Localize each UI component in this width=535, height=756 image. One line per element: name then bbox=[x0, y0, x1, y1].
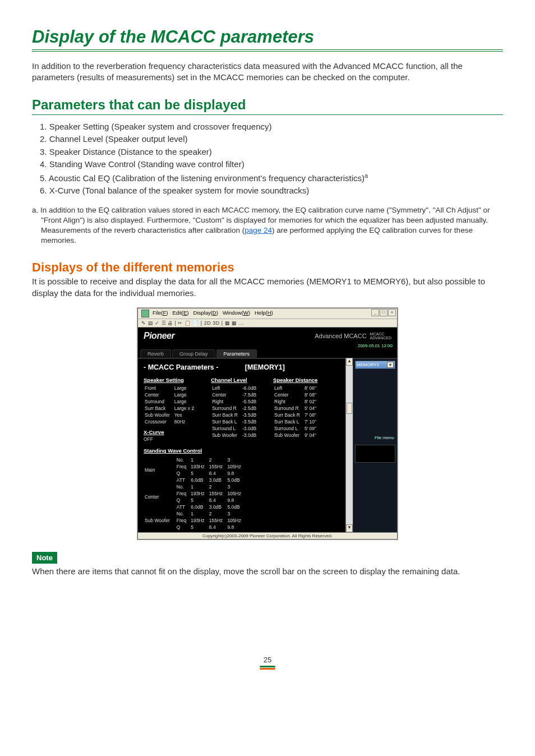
page-number: 25 bbox=[32, 656, 503, 664]
channel-level-table: Left-6.0dB Center-7.5dB Right-5.5dB Surr… bbox=[211, 384, 261, 439]
parameters-heading: Parameters that can be displayed bbox=[32, 97, 503, 115]
app-sidebar: MEMORY1 ▼ File memo bbox=[353, 358, 397, 532]
memories-paragraph: It is possible to receive and display th… bbox=[32, 276, 503, 299]
memory-dropdown[interactable]: MEMORY1 ▼ bbox=[355, 361, 395, 369]
menu-display[interactable]: Display(D) bbox=[193, 310, 218, 317]
minimize-icon[interactable]: _ bbox=[371, 309, 379, 316]
footnote: a. In addition to the EQ calibration val… bbox=[32, 205, 503, 246]
list-item: 6. X-Curve (Tonal balance of the speaker… bbox=[40, 185, 503, 197]
mcacc-badge-icon: MCACCADVANCED bbox=[370, 332, 391, 340]
list-item: 3. Speaker Distance (Distance to the spe… bbox=[40, 146, 503, 159]
speaker-distance-table: Left8' 06" Center8' 08" Right8' 02" Surr… bbox=[273, 384, 321, 439]
section-standing-wave: Standing Wave Control bbox=[144, 448, 341, 454]
app-main: - MCACC Parameters - [MEMORY1] Speaker S… bbox=[138, 358, 345, 532]
list-item: 4. Standing Wave Control (Standing wave … bbox=[40, 158, 503, 171]
list-item: 2. Channel Level (Speaker output level) bbox=[40, 133, 503, 146]
standing-wave-block: Main No.123 Freq193Hz155Hz105Hz Q58.49.8… bbox=[144, 456, 341, 531]
section-speaker-distance: Speaker Distance bbox=[273, 377, 321, 383]
intro-paragraph: In addition to the reverberation frequen… bbox=[32, 61, 503, 84]
menu-window[interactable]: Window(W) bbox=[223, 310, 250, 317]
parameter-list: 1. Speaker Setting (Speaker system and c… bbox=[40, 121, 503, 197]
scroll-up-icon[interactable]: ▲ bbox=[346, 358, 353, 366]
section-channel-level: Channel Level bbox=[211, 377, 261, 383]
scroll-thumb[interactable] bbox=[347, 403, 352, 414]
page-title: Display of the MCACC parameters bbox=[32, 27, 503, 52]
app-menubar: File(F) Edit(E) Display(D) Window(W) Hel… bbox=[138, 308, 397, 319]
app-copyright: Copyright(c)2003-2009 Pioneer Corporatio… bbox=[138, 532, 397, 539]
timestamp: 2009.05.01 12:00 bbox=[138, 343, 397, 349]
note-badge: Note bbox=[32, 552, 57, 564]
section-xcurve: X-Curve bbox=[144, 429, 199, 435]
brand-right: Advanced MCACC MCACCADVANCED bbox=[315, 332, 391, 340]
list-item: 1. Speaker Setting (Speaker system and c… bbox=[40, 121, 503, 133]
close-icon[interactable]: × bbox=[388, 309, 396, 316]
file-memo-label: File memo bbox=[355, 435, 395, 440]
memories-heading: Displays of the different memories bbox=[32, 260, 503, 275]
app-window: File(F) Edit(E) Display(D) Window(W) Hel… bbox=[137, 308, 398, 540]
menu-help[interactable]: Help(H) bbox=[255, 310, 273, 317]
vertical-scrollbar[interactable]: ▲ ▼ bbox=[345, 358, 353, 532]
menu-file[interactable]: File(F) bbox=[153, 310, 168, 317]
chevron-down-icon[interactable]: ▼ bbox=[387, 362, 394, 368]
section-speaker-setting: Speaker Setting bbox=[144, 377, 199, 383]
tab-parameters[interactable]: Parameters bbox=[216, 349, 257, 358]
page-accent-icon bbox=[260, 666, 275, 668]
app-toolbar[interactable]: ✎ ▤ ✓ ☰ 🖨 | ✂ 📋 📄 | 2D 3D | ▦ ▦ ... bbox=[138, 319, 397, 328]
speaker-setting-table: FrontLarge CenterLarge SurroundLarge Sur… bbox=[144, 384, 199, 426]
tab-bar: Reverb Group Delay Parameters bbox=[138, 349, 397, 358]
list-item: 5. Acoustic Cal EQ (Calibration of the l… bbox=[40, 171, 503, 185]
page-link[interactable]: page 24 bbox=[245, 226, 272, 234]
xcurve-value: OFF bbox=[144, 436, 199, 442]
menu-edit[interactable]: Edit(E) bbox=[172, 310, 188, 317]
tab-groupdelay[interactable]: Group Delay bbox=[172, 349, 215, 358]
note-text: When there are items that cannot fit on … bbox=[32, 566, 503, 577]
scroll-down-icon[interactable]: ▼ bbox=[346, 524, 353, 532]
maximize-icon[interactable]: □ bbox=[380, 309, 388, 316]
brand-logo: Pioneer bbox=[144, 331, 174, 341]
file-memo-box[interactable] bbox=[355, 445, 395, 463]
tab-reverb[interactable]: Reverb bbox=[140, 349, 171, 358]
params-title: - MCACC Parameters - [MEMORY1] bbox=[144, 363, 341, 371]
app-icon bbox=[141, 310, 149, 317]
